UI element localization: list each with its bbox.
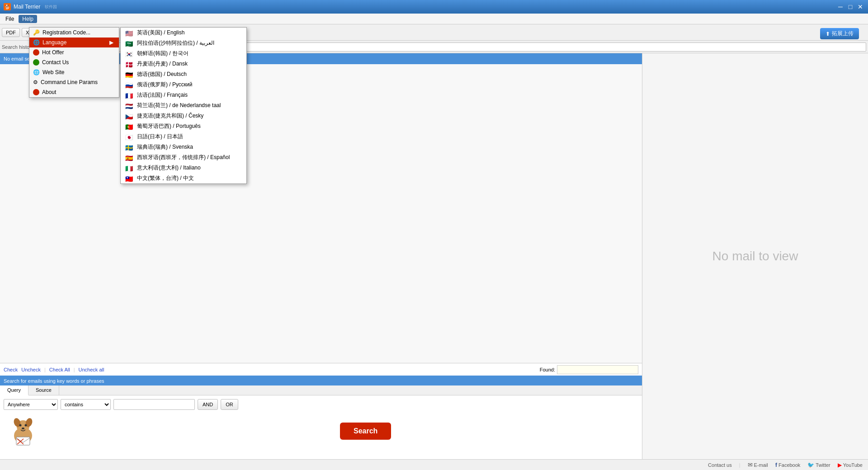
flag-nl: 🇳🇱	[125, 103, 134, 108]
lang-item-ru[interactable]: 🇷🇺俄语(俄罗斯) / Русский	[121, 80, 246, 90]
search-contains-select[interactable]: contains does not contain equals	[61, 399, 111, 410]
window-title: Mail Terrier	[14, 4, 40, 10]
lang-item-ar[interactable]: 🇸🇦阿拉伯语(沙特阿拉伯位) / العربية	[121, 38, 246, 48]
uncheck-btn[interactable]: Uncheck	[21, 367, 41, 372]
flag-ko: 🇰🇷	[125, 51, 134, 56]
found-label: Found:	[540, 367, 555, 372]
menu-command-line[interactable]: ⚙ Command Line Params	[29, 77, 119, 87]
facebook-icon: f	[775, 461, 777, 468]
lang-item-da[interactable]: 🇩🇰丹麦语(丹麦) / Dansk	[121, 59, 246, 69]
dog-mascot-icon	[7, 415, 39, 447]
twitter-icon: 🐦	[807, 462, 814, 468]
menu-help[interactable]: Help	[19, 15, 37, 23]
found-input[interactable]	[557, 365, 638, 374]
found-area: Found:	[540, 365, 638, 374]
lang-item-de[interactable]: 🇩🇪德语(德国) / Deutsch	[121, 69, 246, 80]
or-button[interactable]: OR	[221, 399, 238, 410]
flag-de: 🇩🇪	[125, 71, 134, 77]
watermark-label: 软件园	[45, 4, 57, 10]
close-button[interactable]: ✕	[856, 3, 864, 11]
lang-item-it[interactable]: 🇮🇹意大利语(意大利) / Italiano	[121, 163, 246, 173]
menu-contact-us[interactable]: Contact Us	[29, 57, 119, 67]
submenu-arrow-icon: ▶	[109, 39, 113, 46]
search-panel-header: Search for emails using key words or phr…	[0, 376, 642, 385]
divider1: |	[44, 367, 46, 372]
maximize-button[interactable]: □	[846, 3, 854, 11]
search-button[interactable]: Search	[340, 423, 391, 440]
lang-item-cs[interactable]: 🇨🇿捷克语(捷克共和国) / Česky	[121, 111, 246, 121]
footer-email-area: ✉ E-mail	[748, 461, 768, 468]
key-icon: 🔑	[33, 29, 40, 36]
footer-email[interactable]: E-mail	[754, 462, 768, 468]
menu-hot-offer[interactable]: Hot Offer	[29, 47, 119, 57]
command-icon: ⚙	[33, 79, 38, 85]
lang-item-es[interactable]: 🇪🇸西班牙语(西班牙，传统排序) / Español	[121, 152, 246, 163]
lang-item-ja[interactable]: 🇯🇵日語(日本) / 日本語	[121, 132, 246, 142]
app-icon: 🐕	[4, 3, 11, 10]
youtube-icon: ▶	[838, 462, 842, 468]
lang-item-sv[interactable]: 🇸🇪瑞典语(瑞典) / Svenska	[121, 142, 246, 152]
flag-ru: 🇷🇺	[125, 82, 134, 88]
svg-point-5	[25, 424, 27, 427]
footer: Contact us | ✉ E-mail f Facebook 🐦 Twitt…	[0, 459, 868, 470]
language-flag-icon: 🌐	[33, 39, 40, 46]
search-text-input[interactable]	[113, 399, 195, 410]
and-button[interactable]: AND	[198, 399, 218, 410]
search-bottom-row: Search	[0, 414, 642, 449]
tab-query[interactable]: Query	[0, 385, 28, 395]
search-panel: Search for emails using key words or phr…	[0, 376, 642, 459]
footer-twitter[interactable]: Twitter	[816, 462, 830, 468]
upload-button[interactable]: ⬆ 拓展上传	[820, 28, 859, 39]
svg-point-4	[19, 424, 22, 427]
svg-point-6	[22, 428, 24, 429]
flag-it: 🇮🇹	[125, 165, 134, 171]
upload-label: 拓展上传	[832, 30, 854, 38]
menu-web-site[interactable]: 🌐 Web Site	[29, 67, 119, 77]
menu-about[interactable]: About	[29, 87, 119, 97]
hot-offer-icon	[33, 49, 39, 56]
flag-fr: 🇫🇷	[125, 92, 134, 98]
title-bar: 🐕 Mail Terrier 软件园 ─ □ ✕	[0, 0, 868, 14]
flag-ar: 🇸🇦	[125, 40, 134, 46]
menu-registration-code[interactable]: 🔑 Registration Code...	[29, 28, 119, 38]
menu-language[interactable]: 🌐 Language ▶	[29, 38, 119, 47]
lang-item-nl[interactable]: 🇳🇱荷兰语(荷兰) / de Nederlandse taal	[121, 100, 246, 111]
check-all-btn[interactable]: Check All	[49, 367, 70, 372]
language-submenu: 🇺🇸英语(美国) / English🇸🇦阿拉伯语(沙特阿拉伯位) / العرب…	[120, 27, 247, 184]
check-btn[interactable]: Check	[4, 367, 18, 372]
lang-item-en[interactable]: 🇺🇸英语(美国) / English	[121, 28, 246, 38]
help-dropdown-menu: 🔑 Registration Code... 🌐 Language ▶ Hot …	[29, 27, 119, 98]
lang-item-zh[interactable]: 🇹🇼中文(繁体，台湾) / 中文	[121, 173, 246, 183]
mail-view-area: No mail to view	[642, 53, 868, 459]
footer-divider1: |	[739, 462, 741, 468]
flag-zh: 🇹🇼	[125, 175, 134, 181]
search-row: Anywhere Subject From To Body contains d…	[0, 395, 642, 414]
minimize-button[interactable]: ─	[836, 3, 844, 11]
globe-icon: 🌐	[33, 69, 40, 75]
divider2: |	[74, 367, 75, 372]
lang-item-pt[interactable]: 🇵🇹葡萄牙语巴西) / Português	[121, 121, 246, 132]
flag-cs: 🇨🇿	[125, 113, 134, 119]
pdf-button[interactable]: PDF	[2, 28, 20, 37]
footer-contact-us[interactable]: Contact us	[708, 462, 732, 468]
flag-en: 🇺🇸	[125, 30, 134, 36]
email-icon: ✉	[748, 461, 753, 468]
search-panel-tabs: Query Source	[0, 385, 642, 395]
footer-facebook-area: f Facebook	[775, 461, 801, 468]
search-anywhere-select[interactable]: Anywhere Subject From To Body	[4, 399, 58, 410]
tab-source[interactable]: Source	[28, 385, 59, 395]
contact-icon	[33, 59, 39, 66]
footer-facebook[interactable]: Facebook	[778, 462, 800, 468]
upload-icon: ⬆	[826, 31, 830, 37]
no-mail-text: No mail to view	[712, 249, 798, 263]
about-icon	[33, 89, 39, 95]
uncheck-all-btn[interactable]: Uncheck all	[79, 367, 104, 372]
bottom-check-controls: Check Uncheck | Check All | Uncheck all …	[0, 363, 642, 376]
flag-pt: 🇵🇹	[125, 123, 134, 129]
menu-file[interactable]: File	[2, 15, 18, 23]
lang-item-fr[interactable]: 🇫🇷法语(法国) / Français	[121, 90, 246, 100]
footer-youtube[interactable]: YouTube	[843, 462, 863, 468]
lang-item-ko[interactable]: 🇰🇷朝鲜语(韩国) / 한국어	[121, 48, 246, 59]
menu-bar: File Help	[0, 14, 868, 24]
footer-youtube-area: ▶ YouTube	[838, 462, 863, 468]
